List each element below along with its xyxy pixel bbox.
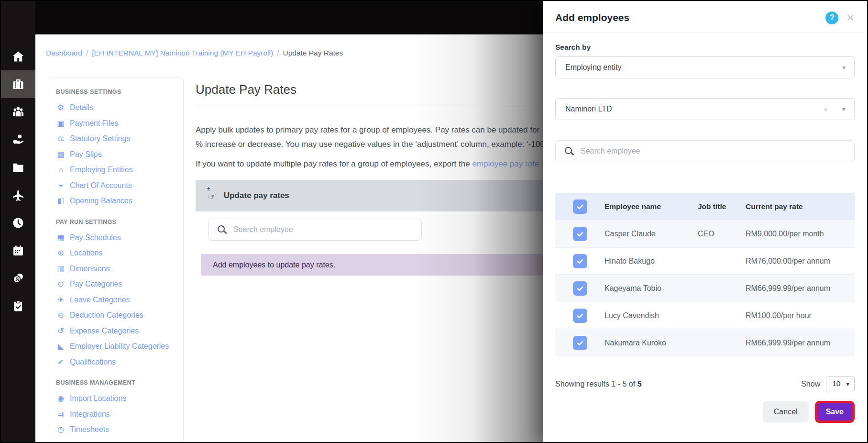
settings-nav-panel: BUSINESS SETTINGS ⚙Details ▣Payment File… <box>48 78 184 442</box>
table-row[interactable]: Kageyama Tobio RM66,999.99/per annum <box>555 275 855 302</box>
row-checkbox[interactable] <box>573 227 587 241</box>
nav-item-label: Opening Balances <box>70 193 132 209</box>
employee-name-cell: Nakumara Kuroko <box>604 339 698 347</box>
svg-text:S: S <box>15 277 19 282</box>
select-all-checkbox[interactable] <box>573 199 587 214</box>
update-pay-rates-card-header: ±☞ Update pay rates <box>196 180 543 211</box>
rail-item-people[interactable] <box>1 98 35 126</box>
banknote-icon: ⊙ <box>56 277 66 292</box>
bank-icon: ⌂ <box>56 162 66 178</box>
table-row[interactable]: Hinato Bakugo RM76,000.00/per annum <box>555 247 855 275</box>
drawer-divider <box>543 33 867 33</box>
nav-item-payment-files[interactable]: ▣Payment Files <box>56 116 176 132</box>
rail-item-documents[interactable] <box>1 154 35 181</box>
search-icon <box>565 147 572 154</box>
nav-item-label: Leave Categories <box>70 292 130 308</box>
nav-item-locations[interactable]: ⊕Locations <box>56 245 176 261</box>
search-icon <box>218 225 225 233</box>
rail-item-business[interactable] <box>1 70 35 98</box>
rail-item-money[interactable]: S <box>1 265 35 292</box>
search-by-label: Search by <box>555 43 855 52</box>
update-pay-rates-card: ±☞ Update pay rates Add employees to upd… <box>196 180 543 276</box>
nav-item-employer-liability-categories[interactable]: ◣Employer Liability Categories <box>56 339 176 354</box>
employee-name-cell: Casper Claude <box>604 230 698 238</box>
people-icon: ♟♟ <box>56 438 66 443</box>
nav-item-details[interactable]: ⚙Details <box>56 100 176 116</box>
breadcrumb-business[interactable]: [EH INTERNAL MY] Naminori Training (MY E… <box>92 49 273 57</box>
nav-item-dimensions[interactable]: ▥Dimensions <box>56 261 176 277</box>
nav-item-label: Pay Slips <box>70 147 102 163</box>
nav-item-pay-categories[interactable]: ⊙Pay Categories <box>56 277 176 292</box>
app-icon-rail: S <box>1 1 35 442</box>
show-label: Show <box>801 380 820 388</box>
nav-item-statutory-settings[interactable]: ⚖Statutory Settings <box>56 131 176 147</box>
nav-section-business-management: BUSINESS MANAGEMENT <box>56 379 176 386</box>
employee-name-cell: Lucy Cavendish <box>604 311 698 320</box>
row-checkbox[interactable] <box>573 336 587 350</box>
plane-icon <box>11 188 25 202</box>
nav-item-integrations[interactable]: ⇉Integrations <box>56 407 176 422</box>
people-icon <box>11 105 25 119</box>
gear-icon: ⚙ <box>56 100 66 116</box>
bar-chart-icon: ▥ <box>56 261 66 277</box>
intro2-text: If you want to update multiple pay rates… <box>196 159 472 168</box>
update-pay-rates-card-title: Update pay rates <box>224 191 289 200</box>
app-root: { "colors": { "accent_link": "#7c9ff1", … <box>0 0 868 443</box>
rail-item-tasks[interactable] <box>1 292 35 320</box>
nav-item-label: Integrations <box>70 407 110 422</box>
employee-pay-rates-link[interactable]: employee pay rate <box>472 159 539 168</box>
close-icon[interactable]: × <box>846 11 855 25</box>
nav-item-pay-slips[interactable]: ▤Pay Slips <box>56 147 176 163</box>
clear-selection-icon[interactable]: × <box>824 105 828 113</box>
timer-icon: ◷ <box>56 422 66 438</box>
pay-rate-cell: RM66,999.99/per annum <box>746 284 855 293</box>
nav-item-opening-balances[interactable]: ◧Opening Balances <box>56 193 176 209</box>
rail-item-time[interactable] <box>1 209 35 237</box>
save-button[interactable]: Save <box>815 401 855 423</box>
nav-item-qualifications[interactable]: ✔Qualifications <box>56 354 176 370</box>
title-divider <box>196 107 543 107</box>
rail-item-leave[interactable] <box>1 181 35 209</box>
check-icon: ✔ <box>56 354 66 370</box>
cancel-button[interactable]: Cancel <box>763 401 809 422</box>
row-checkbox[interactable] <box>573 309 587 323</box>
nav-item-leave-categories[interactable]: ✈Leave Categories <box>56 292 176 308</box>
breadcrumb-separator: / <box>86 49 88 57</box>
row-checkbox[interactable] <box>573 254 587 268</box>
nav-item-employing-entities[interactable]: ⌂Employing Entities <box>56 162 176 178</box>
nav-item-timesheets[interactable]: ◷Timesheets <box>56 422 176 438</box>
drawer-header: Add employees ? × <box>555 1 855 25</box>
document-icon: ▤ <box>56 147 66 163</box>
help-icon[interactable]: ? <box>825 11 838 24</box>
search-by-select[interactable]: Employing entity ▾ <box>555 56 855 78</box>
column-header-current-pay-rate: Current pay rate <box>746 202 855 211</box>
plane-icon: ✈ <box>56 292 66 308</box>
rail-item-home[interactable] <box>1 43 35 70</box>
table-row[interactable]: Nakumara Kuroko RM66,999.99/per annum <box>555 329 855 356</box>
nav-item-label: Employing Entities <box>70 162 133 178</box>
page-title: Update Pay Rates <box>196 82 543 97</box>
nav-item-pay-schedules[interactable]: ▦Pay Schedules <box>56 230 176 246</box>
nav-item-chart-of-accounts[interactable]: ≡Chart Of Accounts <box>56 178 176 194</box>
nav-item-deduction-categories[interactable]: ⊖Deduction Categories <box>56 308 176 323</box>
main-employee-search-input[interactable] <box>208 219 422 241</box>
breadcrumb-dashboard[interactable]: Dashboard <box>46 49 82 57</box>
coins-icon: S <box>11 272 25 285</box>
rail-item-calendar[interactable] <box>1 237 35 265</box>
globe-icon: ⊕ <box>56 245 66 261</box>
nav-item-import-locations[interactable]: ◉Import Locations <box>56 391 176 407</box>
nav-item-label: Expense Categories <box>70 323 139 339</box>
table-row[interactable]: Casper Claude CEO RM9,000.00/per month <box>555 220 855 247</box>
row-checkbox[interactable] <box>573 281 587 296</box>
page-size-select[interactable]: 10 ▾ <box>826 377 855 391</box>
nav-item-expense-categories[interactable]: ↺Expense Categories <box>56 323 176 339</box>
rail-item-payroll[interactable] <box>1 126 35 154</box>
nav-item-import-employees[interactable]: ♟♟Import Employees <box>56 438 176 443</box>
breadcrumb: Dashboard/[EH INTERNAL MY] Naminori Trai… <box>46 49 543 57</box>
drawer-employee-search-input[interactable] <box>555 140 855 162</box>
floppy-icon: ▣ <box>56 116 66 132</box>
map-pin-icon: ◉ <box>56 391 66 407</box>
table-row[interactable]: Lucy Cavendish RM100.00/per hour <box>555 302 855 329</box>
employing-entity-select[interactable]: Naminori LTD × ▾ <box>555 98 855 120</box>
chevron-down-icon: ▾ <box>846 380 849 388</box>
